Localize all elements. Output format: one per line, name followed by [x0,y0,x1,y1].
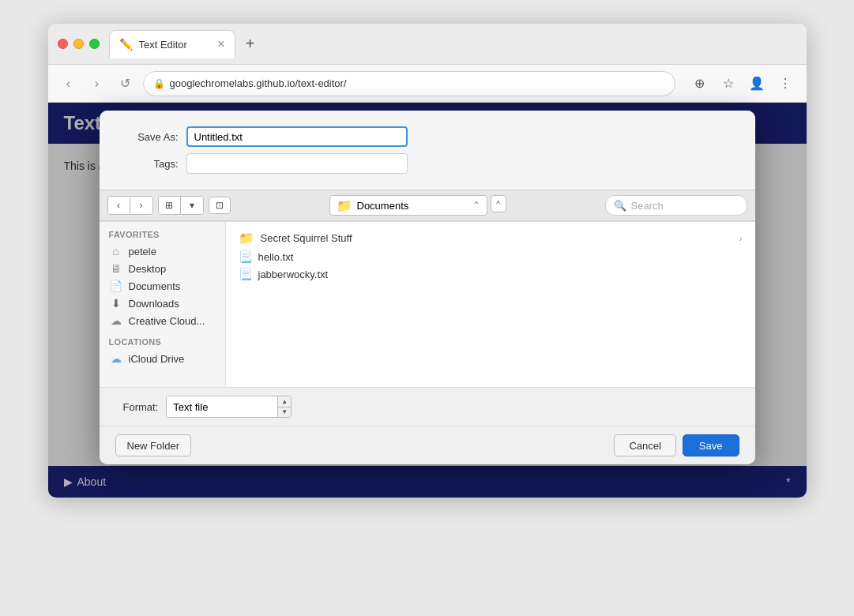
toolbar-forward-button[interactable]: › [130,197,152,214]
sidebar-item-documents[interactable]: 📄 Documents [100,277,225,295]
format-select[interactable]: Text file HTML file Rich Text [167,396,277,417]
new-folder-button[interactable]: New Folder [115,434,191,456]
format-stepper: ▲ ▼ [277,396,291,417]
txt-file-icon-hello: 📃 [239,250,252,263]
location-up-button[interactable]: ^ [491,195,506,212]
sidebar-item-downloads-label: Downloads [129,298,179,310]
search-placeholder: Search [631,200,664,212]
save-dialog: Save As: Tags: ‹ › ⊞ [100,111,755,464]
locations-label: Locations [100,337,225,350]
file-item-secret-squirrel[interactable]: 📁 Secret Squirrel Stuff › [226,228,755,248]
forward-button[interactable]: › [86,73,108,95]
file-item-jabberwocky[interactable]: 📃 jabberwocky.txt [226,265,755,283]
save-as-label: Save As: [123,131,179,143]
new-tab-button[interactable]: + [239,32,262,56]
tags-label: Tags: [123,158,179,170]
save-button[interactable]: Save [683,434,739,456]
dialog-format: Format: Text file HTML file Rich Text ▲ … [100,387,755,426]
search-icon: 🔍 [614,200,626,212]
save-as-input[interactable] [186,126,408,147]
dialog-top: Save As: Tags: [100,111,755,190]
user-account-icon[interactable]: 👤 [745,72,769,96]
traffic-lights [58,39,100,49]
downloads-icon: ⬇ [109,297,123,310]
sidebar-item-documents-label: Documents [129,280,181,292]
folder-icon: 📁 [239,231,254,246]
tab-icon: ✏️ [119,38,133,51]
browser-tab[interactable]: ✏️ Text Editor × [109,30,235,58]
main-file-panel: 📁 Secret Squirrel Stuff › 📃 hello.txt 📃 … [226,222,755,387]
view-button-group: ⊞ ▾ [158,196,204,215]
creative-cloud-icon: ☁ [109,314,123,327]
location-select[interactable]: 📁 Documents ⌃ [329,195,487,216]
file-name-hello: hello.txt [258,251,294,263]
tags-input[interactable] [186,153,408,174]
back-button[interactable]: ‹ [58,73,80,95]
tab-title: Text Editor [139,39,187,51]
cancel-button[interactable]: Cancel [614,434,675,456]
home-icon: ⌂ [109,245,123,257]
address-text: googlechromelabs.github.io/text-editor/ [170,77,665,89]
browser-window: ✏️ Text Editor × + ‹ › ↺ 🔒 googlechromel… [48,24,807,498]
title-bar: ✏️ Text Editor × + [48,24,807,65]
format-label: Format: [123,401,159,413]
browser-toolbar: ⊕ ☆ 👤 ⋮ [688,72,797,96]
txt-file-icon-jabberwocky: 📃 [239,268,252,280]
sidebar-item-icloud[interactable]: ☁ iCloud Drive [100,350,225,367]
close-window-button[interactable] [58,39,68,49]
format-stepper-up[interactable]: ▲ [278,396,291,408]
documents-icon: 📄 [109,280,123,292]
tags-row: Tags: [123,153,732,174]
format-select-wrapper: Text file HTML file Rich Text ▲ ▼ [166,396,292,418]
sidebar-panel: Favorites ⌂ petele 🖥 Desktop 📄 Documents [100,222,226,387]
sidebar-item-icloud-label: iCloud Drive [129,353,185,365]
address-input[interactable]: 🔒 googlechromelabs.github.io/text-editor… [143,71,675,96]
folder-blue-icon: 📁 [337,198,352,213]
account-circle-icon[interactable]: ⊕ [688,72,712,96]
icloud-icon: ☁ [109,352,123,365]
chevron-right-icon: › [739,234,743,243]
file-name-secret-squirrel: Secret Squirrel Stuff [261,232,352,244]
bookmark-star-icon[interactable]: ☆ [717,72,740,96]
reload-button[interactable]: ↺ [115,73,137,95]
location-text: Documents [357,200,409,212]
address-bar: ‹ › ↺ 🔒 googlechromelabs.github.io/text-… [48,65,807,103]
view-chevron-button[interactable]: ▾ [181,197,203,214]
format-stepper-down[interactable]: ▼ [278,408,291,418]
sidebar-item-home[interactable]: ⌂ petele [100,242,225,260]
location-dropdown: 📁 Documents ⌃ ^ [235,195,600,216]
more-options-icon[interactable]: ⋮ [773,72,797,96]
minimize-window-button[interactable] [73,39,84,49]
page-content: Text File This is a r Save As: Tags: [48,103,807,498]
sidebar-item-creative-label: Creative Cloud... [129,315,205,327]
desktop-icon: 🖥 [109,262,123,275]
new-folder-icon-button[interactable]: ⊡ [209,197,231,214]
search-box[interactable]: 🔍 Search [605,195,747,216]
save-as-row: Save As: [123,126,732,147]
file-browser: Favorites ⌂ petele 🖥 Desktop 📄 Documents [100,221,755,387]
view-grid-button[interactable]: ⊞ [159,197,181,214]
maximize-window-button[interactable] [89,39,100,49]
location-chevron-icon: ⌃ [472,200,480,211]
modal-overlay: Save As: Tags: ‹ › ⊞ [48,103,807,498]
sidebar-item-downloads[interactable]: ⬇ Downloads [100,295,225,312]
sidebar-item-desktop-label: Desktop [129,263,167,275]
toolbar-back-button[interactable]: ‹ [108,197,130,214]
file-item-hello[interactable]: 📃 hello.txt [226,248,755,265]
dialog-toolbar: ‹ › ⊞ ▾ ⊡ 📁 Documents ⌃ ^ [100,190,755,221]
sidebar-item-desktop[interactable]: 🖥 Desktop [100,260,225,277]
tab-bar: ✏️ Text Editor × + [109,30,797,58]
file-name-jabberwocky: jabberwocky.txt [258,269,329,280]
favorites-label: Favorites [100,230,225,242]
sidebar-item-petele-label: petele [129,246,156,257]
dialog-buttons: New Folder Cancel Save [100,426,755,464]
tab-close-button[interactable]: × [217,37,224,51]
lock-icon: 🔒 [153,78,165,89]
dialog-actions: Cancel Save [614,434,739,456]
nav-button-group: ‹ › [107,196,153,215]
sidebar-item-creative-cloud[interactable]: ☁ Creative Cloud... [100,312,225,329]
